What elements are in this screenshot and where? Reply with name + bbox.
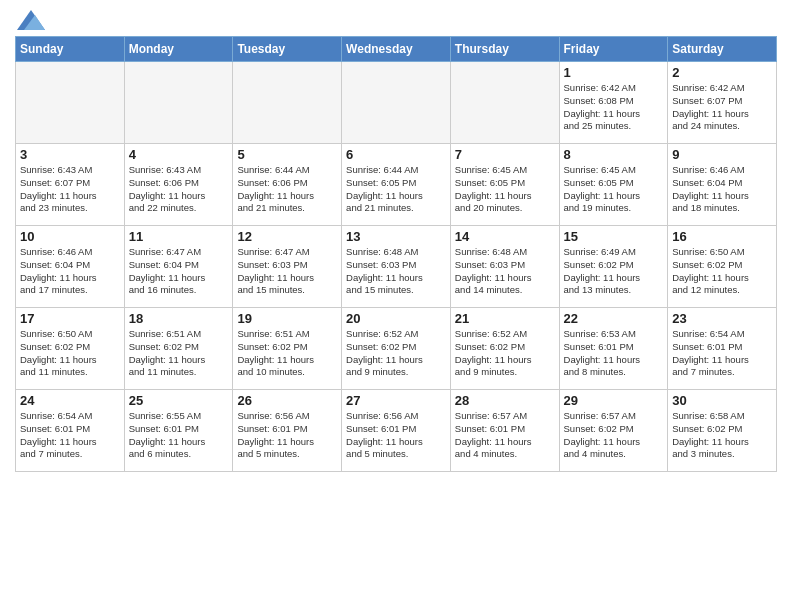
weekday-friday: Friday — [559, 37, 668, 62]
logo-text — [15, 10, 45, 30]
page: SundayMondayTuesdayWednesdayThursdayFrid… — [0, 0, 792, 612]
calendar-cell: 20Sunrise: 6:52 AMSunset: 6:02 PMDayligh… — [342, 308, 451, 390]
day-number: 4 — [129, 147, 229, 162]
day-info: Sunrise: 6:45 AMSunset: 6:05 PMDaylight:… — [564, 164, 664, 215]
week-row-4: 24Sunrise: 6:54 AMSunset: 6:01 PMDayligh… — [16, 390, 777, 472]
day-info: Sunrise: 6:48 AMSunset: 6:03 PMDaylight:… — [455, 246, 555, 297]
day-info: Sunrise: 6:56 AMSunset: 6:01 PMDaylight:… — [346, 410, 446, 461]
day-info: Sunrise: 6:49 AMSunset: 6:02 PMDaylight:… — [564, 246, 664, 297]
calendar-cell: 18Sunrise: 6:51 AMSunset: 6:02 PMDayligh… — [124, 308, 233, 390]
day-info: Sunrise: 6:51 AMSunset: 6:02 PMDaylight:… — [129, 328, 229, 379]
day-info: Sunrise: 6:51 AMSunset: 6:02 PMDaylight:… — [237, 328, 337, 379]
day-number: 14 — [455, 229, 555, 244]
calendar: SundayMondayTuesdayWednesdayThursdayFrid… — [15, 36, 777, 472]
day-number: 25 — [129, 393, 229, 408]
calendar-cell: 15Sunrise: 6:49 AMSunset: 6:02 PMDayligh… — [559, 226, 668, 308]
week-row-0: 1Sunrise: 6:42 AMSunset: 6:08 PMDaylight… — [16, 62, 777, 144]
day-info: Sunrise: 6:48 AMSunset: 6:03 PMDaylight:… — [346, 246, 446, 297]
day-info: Sunrise: 6:44 AMSunset: 6:06 PMDaylight:… — [237, 164, 337, 215]
calendar-cell: 13Sunrise: 6:48 AMSunset: 6:03 PMDayligh… — [342, 226, 451, 308]
calendar-cell: 17Sunrise: 6:50 AMSunset: 6:02 PMDayligh… — [16, 308, 125, 390]
day-info: Sunrise: 6:46 AMSunset: 6:04 PMDaylight:… — [672, 164, 772, 215]
day-number: 30 — [672, 393, 772, 408]
calendar-cell: 23Sunrise: 6:54 AMSunset: 6:01 PMDayligh… — [668, 308, 777, 390]
calendar-cell: 7Sunrise: 6:45 AMSunset: 6:05 PMDaylight… — [450, 144, 559, 226]
day-info: Sunrise: 6:44 AMSunset: 6:05 PMDaylight:… — [346, 164, 446, 215]
day-info: Sunrise: 6:57 AMSunset: 6:02 PMDaylight:… — [564, 410, 664, 461]
day-info: Sunrise: 6:54 AMSunset: 6:01 PMDaylight:… — [672, 328, 772, 379]
weekday-header-row: SundayMondayTuesdayWednesdayThursdayFrid… — [16, 37, 777, 62]
logo — [15, 10, 45, 30]
day-number: 3 — [20, 147, 120, 162]
calendar-cell — [16, 62, 125, 144]
day-number: 27 — [346, 393, 446, 408]
weekday-sunday: Sunday — [16, 37, 125, 62]
calendar-cell: 3Sunrise: 6:43 AMSunset: 6:07 PMDaylight… — [16, 144, 125, 226]
day-number: 6 — [346, 147, 446, 162]
day-info: Sunrise: 6:56 AMSunset: 6:01 PMDaylight:… — [237, 410, 337, 461]
day-info: Sunrise: 6:52 AMSunset: 6:02 PMDaylight:… — [346, 328, 446, 379]
day-number: 12 — [237, 229, 337, 244]
calendar-cell: 22Sunrise: 6:53 AMSunset: 6:01 PMDayligh… — [559, 308, 668, 390]
day-info: Sunrise: 6:58 AMSunset: 6:02 PMDaylight:… — [672, 410, 772, 461]
calendar-cell: 9Sunrise: 6:46 AMSunset: 6:04 PMDaylight… — [668, 144, 777, 226]
day-number: 15 — [564, 229, 664, 244]
day-number: 9 — [672, 147, 772, 162]
week-row-1: 3Sunrise: 6:43 AMSunset: 6:07 PMDaylight… — [16, 144, 777, 226]
day-number: 11 — [129, 229, 229, 244]
calendar-cell: 27Sunrise: 6:56 AMSunset: 6:01 PMDayligh… — [342, 390, 451, 472]
day-number: 28 — [455, 393, 555, 408]
calendar-cell: 5Sunrise: 6:44 AMSunset: 6:06 PMDaylight… — [233, 144, 342, 226]
calendar-cell: 10Sunrise: 6:46 AMSunset: 6:04 PMDayligh… — [16, 226, 125, 308]
day-number: 16 — [672, 229, 772, 244]
day-info: Sunrise: 6:53 AMSunset: 6:01 PMDaylight:… — [564, 328, 664, 379]
day-info: Sunrise: 6:57 AMSunset: 6:01 PMDaylight:… — [455, 410, 555, 461]
day-number: 24 — [20, 393, 120, 408]
day-info: Sunrise: 6:52 AMSunset: 6:02 PMDaylight:… — [455, 328, 555, 379]
weekday-thursday: Thursday — [450, 37, 559, 62]
day-number: 23 — [672, 311, 772, 326]
day-info: Sunrise: 6:47 AMSunset: 6:03 PMDaylight:… — [237, 246, 337, 297]
week-row-2: 10Sunrise: 6:46 AMSunset: 6:04 PMDayligh… — [16, 226, 777, 308]
weekday-saturday: Saturday — [668, 37, 777, 62]
calendar-cell — [342, 62, 451, 144]
calendar-cell: 2Sunrise: 6:42 AMSunset: 6:07 PMDaylight… — [668, 62, 777, 144]
day-number: 1 — [564, 65, 664, 80]
day-info: Sunrise: 6:43 AMSunset: 6:07 PMDaylight:… — [20, 164, 120, 215]
day-info: Sunrise: 6:50 AMSunset: 6:02 PMDaylight:… — [20, 328, 120, 379]
day-info: Sunrise: 6:50 AMSunset: 6:02 PMDaylight:… — [672, 246, 772, 297]
calendar-cell: 19Sunrise: 6:51 AMSunset: 6:02 PMDayligh… — [233, 308, 342, 390]
day-number: 10 — [20, 229, 120, 244]
calendar-cell: 16Sunrise: 6:50 AMSunset: 6:02 PMDayligh… — [668, 226, 777, 308]
day-number: 26 — [237, 393, 337, 408]
day-info: Sunrise: 6:45 AMSunset: 6:05 PMDaylight:… — [455, 164, 555, 215]
day-number: 17 — [20, 311, 120, 326]
logo-icon — [17, 10, 45, 30]
weekday-tuesday: Tuesday — [233, 37, 342, 62]
calendar-cell: 11Sunrise: 6:47 AMSunset: 6:04 PMDayligh… — [124, 226, 233, 308]
calendar-cell: 1Sunrise: 6:42 AMSunset: 6:08 PMDaylight… — [559, 62, 668, 144]
day-number: 20 — [346, 311, 446, 326]
day-number: 2 — [672, 65, 772, 80]
day-info: Sunrise: 6:54 AMSunset: 6:01 PMDaylight:… — [20, 410, 120, 461]
day-number: 13 — [346, 229, 446, 244]
calendar-cell — [450, 62, 559, 144]
calendar-cell: 25Sunrise: 6:55 AMSunset: 6:01 PMDayligh… — [124, 390, 233, 472]
calendar-cell: 6Sunrise: 6:44 AMSunset: 6:05 PMDaylight… — [342, 144, 451, 226]
calendar-cell: 26Sunrise: 6:56 AMSunset: 6:01 PMDayligh… — [233, 390, 342, 472]
calendar-cell: 30Sunrise: 6:58 AMSunset: 6:02 PMDayligh… — [668, 390, 777, 472]
day-number: 29 — [564, 393, 664, 408]
day-info: Sunrise: 6:42 AMSunset: 6:08 PMDaylight:… — [564, 82, 664, 133]
day-info: Sunrise: 6:46 AMSunset: 6:04 PMDaylight:… — [20, 246, 120, 297]
calendar-cell: 24Sunrise: 6:54 AMSunset: 6:01 PMDayligh… — [16, 390, 125, 472]
day-number: 8 — [564, 147, 664, 162]
calendar-cell — [124, 62, 233, 144]
week-row-3: 17Sunrise: 6:50 AMSunset: 6:02 PMDayligh… — [16, 308, 777, 390]
weekday-wednesday: Wednesday — [342, 37, 451, 62]
calendar-cell: 21Sunrise: 6:52 AMSunset: 6:02 PMDayligh… — [450, 308, 559, 390]
header — [15, 10, 777, 30]
day-info: Sunrise: 6:55 AMSunset: 6:01 PMDaylight:… — [129, 410, 229, 461]
calendar-cell: 14Sunrise: 6:48 AMSunset: 6:03 PMDayligh… — [450, 226, 559, 308]
day-info: Sunrise: 6:43 AMSunset: 6:06 PMDaylight:… — [129, 164, 229, 215]
calendar-cell: 12Sunrise: 6:47 AMSunset: 6:03 PMDayligh… — [233, 226, 342, 308]
